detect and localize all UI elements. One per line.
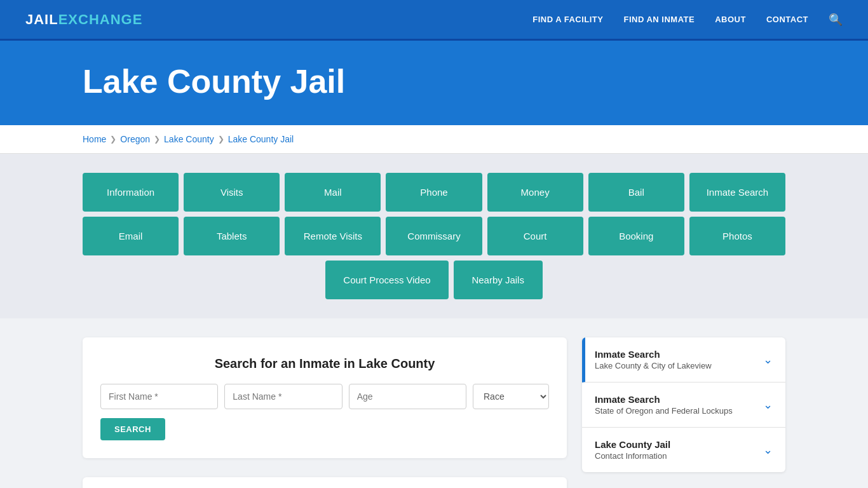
nav-buttons-row-3: Court Process Video Nearby Jails xyxy=(83,261,785,299)
search-title: Search for an Inmate in Lake County xyxy=(100,356,549,371)
breadcrumb-sep-3: ❯ xyxy=(218,135,224,144)
navbar-links: FIND A FACILITY FIND AN INMATE ABOUT CON… xyxy=(532,13,843,27)
nav-btn-court-process-video[interactable]: Court Process Video xyxy=(325,261,448,299)
nav-btn-mail[interactable]: Mail xyxy=(285,173,381,212)
nav-buttons-row-1: Information Visits Mail Phone Money Bail… xyxy=(83,173,785,212)
content-left: Search for an Inmate in Lake County Race… xyxy=(83,337,567,488)
search-fields: Race White Black Hispanic Asian Other xyxy=(100,384,549,409)
nav-buttons-row-2: Email Tablets Remote Visits Commissary C… xyxy=(83,217,785,255)
sidebar-item-contact-info[interactable]: Lake County Jail Contact Information ⌄ xyxy=(582,428,785,472)
sidebar-card: Inmate Search Lake County & City of Lake… xyxy=(582,337,785,472)
nav-btn-phone[interactable]: Phone xyxy=(386,173,482,212)
nav-buttons-section: Information Visits Mail Phone Money Bail… xyxy=(0,154,868,318)
info-section: Lake County Jail Information xyxy=(83,477,567,488)
nav-btn-tablets[interactable]: Tablets xyxy=(184,217,280,255)
hero-section: Lake County Jail xyxy=(0,41,868,125)
sidebar-item-label-contact: Lake County Jail xyxy=(595,439,670,450)
site-logo[interactable]: JAIL EXCHANGE xyxy=(25,11,142,28)
nav-find-inmate[interactable]: FIND AN INMATE xyxy=(623,15,695,24)
breadcrumb-current: Lake County Jail xyxy=(228,134,294,144)
sidebar-item-label-lake: Inmate Search xyxy=(595,349,712,360)
main-area: Search for an Inmate in Lake County Race… xyxy=(0,318,868,488)
chevron-down-icon-2: ⌄ xyxy=(763,398,773,412)
nav-btn-nearby-jails[interactable]: Nearby Jails xyxy=(454,261,543,299)
nav-btn-court[interactable]: Court xyxy=(487,217,583,255)
last-name-input[interactable] xyxy=(224,384,342,409)
chevron-down-icon: ⌄ xyxy=(763,353,773,367)
logo-exchange: EXCHANGE xyxy=(58,11,143,28)
nav-btn-booking[interactable]: Booking xyxy=(588,217,684,255)
sidebar-item-text-oregon: Inmate Search State of Oregon and Federa… xyxy=(595,394,733,416)
search-box: Search for an Inmate in Lake County Race… xyxy=(83,337,567,458)
nav-btn-remote-visits[interactable]: Remote Visits xyxy=(285,217,381,255)
sidebar-item-text-contact: Lake County Jail Contact Information xyxy=(595,439,670,461)
nav-btn-inmate-search[interactable]: Inmate Search xyxy=(689,173,785,212)
nav-find-facility[interactable]: FIND A FACILITY xyxy=(532,15,603,24)
search-button[interactable]: SEARCH xyxy=(100,418,165,440)
sidebar-item-sub-contact: Contact Information xyxy=(595,451,670,461)
breadcrumb-lake-county[interactable]: Lake County xyxy=(164,134,214,144)
breadcrumb-sep-1: ❯ xyxy=(110,135,116,144)
nav-btn-photos[interactable]: Photos xyxy=(689,217,785,255)
first-name-input[interactable] xyxy=(100,384,218,409)
logo-jail: JAIL xyxy=(25,11,58,28)
sidebar-item-inmate-search-oregon[interactable]: Inmate Search State of Oregon and Federa… xyxy=(582,383,785,428)
sidebar-item-sub-lake: Lake County & City of Lakeview xyxy=(595,361,712,370)
nav-about[interactable]: ABOUT xyxy=(715,15,746,24)
breadcrumb-oregon[interactable]: Oregon xyxy=(120,134,150,144)
sidebar-item-label-oregon: Inmate Search xyxy=(595,394,733,405)
breadcrumb: Home ❯ Oregon ❯ Lake County ❯ Lake Count… xyxy=(83,134,785,144)
navbar: JAIL EXCHANGE FIND A FACILITY FIND AN IN… xyxy=(0,0,868,41)
sidebar-item-inmate-search-lake[interactable]: Inmate Search Lake County & City of Lake… xyxy=(582,337,785,383)
breadcrumb-home[interactable]: Home xyxy=(83,134,106,144)
breadcrumb-bar: Home ❯ Oregon ❯ Lake County ❯ Lake Count… xyxy=(0,125,868,154)
sidebar: Inmate Search Lake County & City of Lake… xyxy=(582,337,785,472)
nav-btn-email[interactable]: Email xyxy=(83,217,179,255)
nav-contact[interactable]: CONTACT xyxy=(766,15,808,24)
nav-btn-visits[interactable]: Visits xyxy=(184,173,280,212)
search-icon[interactable]: 🔍 xyxy=(829,13,843,27)
sidebar-item-sub-oregon: State of Oregon and Federal Lockups xyxy=(595,406,733,416)
page-title: Lake County Jail xyxy=(83,64,843,100)
breadcrumb-sep-2: ❯ xyxy=(154,135,160,144)
nav-btn-money[interactable]: Money xyxy=(487,173,583,212)
race-select[interactable]: Race White Black Hispanic Asian Other xyxy=(473,384,549,409)
age-input[interactable] xyxy=(349,384,466,409)
sidebar-item-text-lake: Inmate Search Lake County & City of Lake… xyxy=(595,349,712,370)
nav-btn-information[interactable]: Information xyxy=(83,173,179,212)
nav-btn-commissary[interactable]: Commissary xyxy=(386,217,482,255)
nav-btn-bail[interactable]: Bail xyxy=(588,173,684,212)
chevron-down-icon-3: ⌄ xyxy=(763,443,773,457)
